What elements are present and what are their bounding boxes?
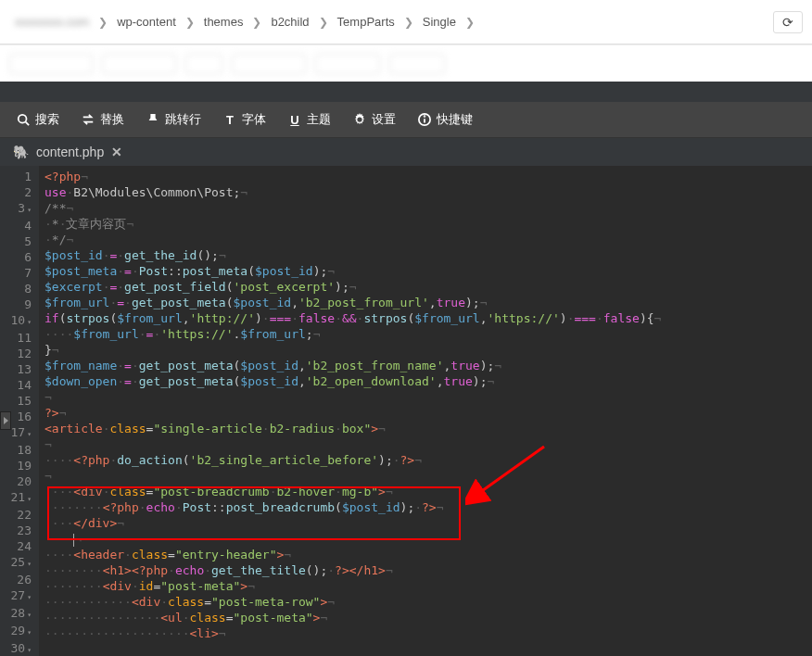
- code-line[interactable]: ¬: [44, 468, 812, 484]
- line-number: 1: [6, 169, 32, 184]
- line-number: 28▾: [6, 605, 32, 623]
- blurred-control[interactable]: [102, 54, 176, 74]
- code-line[interactable]: ····¬: [44, 531, 812, 547]
- code-line[interactable]: ········<?php·echo·Post::post_breadcrumb…: [44, 499, 812, 515]
- code-line[interactable]: $down_open·=·get_post_meta($post_id,'b2_…: [44, 373, 812, 389]
- breadcrumb-host: xxxxxxxx.com: [9, 12, 95, 32]
- breadcrumb-item[interactable]: TempParts: [332, 12, 400, 32]
- code-line[interactable]: ?>¬: [44, 405, 812, 421]
- line-number: 21▾: [6, 489, 32, 507]
- line-number: 22: [6, 507, 32, 523]
- button-label: 设置: [372, 111, 396, 128]
- jumpline-button[interactable]: 跳转行: [135, 102, 212, 137]
- toolbar-secondary: [0, 44, 812, 82]
- pin-icon: [146, 113, 159, 126]
- line-number: 13: [6, 361, 32, 377]
- button-label: 快捷键: [437, 111, 473, 128]
- code-line[interactable]: $excerpt·=·get_post_field('post_excerpt'…: [44, 279, 812, 295]
- code-editor: 搜索 替换 跳转行 T字体 U主题 设置 快捷键 🐘 content.php ✕…: [0, 82, 812, 656]
- replace-button[interactable]: 替换: [70, 102, 135, 137]
- line-number: 23: [6, 523, 32, 538]
- code-line[interactable]: ····$from_url·=·'https://'.$from_url;¬: [44, 326, 812, 342]
- blurred-control[interactable]: [232, 54, 306, 74]
- line-number: 16: [6, 409, 32, 424]
- code-line[interactable]: if(strpos($from_url,'http://')·===·false…: [44, 310, 812, 326]
- code-line[interactable]: ····<div·class="post-breadcrumb·b2-hover…: [44, 484, 812, 499]
- search-button[interactable]: 搜索: [6, 102, 70, 137]
- button-label: 搜索: [35, 111, 59, 128]
- line-number: 5: [6, 233, 32, 249]
- code-line[interactable]: ····················<li>¬: [44, 625, 812, 641]
- code-viewport[interactable]: 123▾45678910▾11121314151617▾18192021▾222…: [0, 166, 812, 656]
- chevron-right-icon: ❯: [95, 16, 111, 29]
- line-number: 11: [6, 330, 32, 346]
- code-line[interactable]: $from_name·=·get_post_meta($post_id,'b2_…: [44, 358, 812, 373]
- code-line[interactable]: $from_url·=·get_post_meta($post_id,'b2_p…: [44, 295, 812, 310]
- code-line[interactable]: ····<?php·do_action('b2_single_article_b…: [44, 452, 812, 468]
- code-line[interactable]: ·*·文章内容页¬: [44, 216, 812, 232]
- blurred-control[interactable]: [9, 54, 93, 74]
- line-number: 6: [6, 249, 32, 265]
- line-number: 25▾: [6, 554, 32, 572]
- blurred-control[interactable]: [315, 54, 380, 74]
- swap-icon: [82, 113, 95, 126]
- code-line[interactable]: }¬: [44, 342, 812, 358]
- blurred-control[interactable]: [185, 54, 222, 74]
- svg-point-4: [425, 116, 425, 117]
- code-line[interactable]: ¬: [44, 389, 812, 405]
- code-line[interactable]: ········<h1><?php·echo·get_the_title();·…: [44, 562, 812, 578]
- chevron-right-icon: ❯: [400, 16, 417, 29]
- line-number: 20: [6, 473, 32, 489]
- code-line[interactable]: <?php¬: [44, 169, 812, 184]
- close-icon[interactable]: ✕: [111, 145, 122, 159]
- line-number: 14: [6, 377, 32, 393]
- code-content[interactable]: <?php¬use·B2\Modules\Common\Post;¬/**¬·*…: [39, 166, 812, 656]
- code-line[interactable]: use·B2\Modules\Common\Post;¬: [44, 184, 812, 200]
- reload-button[interactable]: ⟳: [773, 11, 803, 33]
- line-number: 26: [6, 572, 32, 587]
- blurred-control[interactable]: [389, 54, 445, 74]
- tab-content-php[interactable]: 🐘 content.php ✕: [0, 138, 135, 166]
- svg-point-0: [19, 115, 27, 123]
- line-number: 7: [6, 265, 32, 281]
- editor-toolbar: 搜索 替换 跳转行 T字体 U主题 设置 快捷键: [0, 102, 812, 138]
- breadcrumb-item[interactable]: Single: [417, 12, 462, 32]
- code-line[interactable]: ····<header·class="entry-header">¬: [44, 547, 812, 562]
- breadcrumb-item[interactable]: wp-content: [111, 12, 182, 32]
- code-line[interactable]: ¬: [44, 436, 812, 452]
- line-number: 27▾: [6, 587, 32, 605]
- line-number: 17▾: [6, 424, 32, 442]
- line-number: 19: [6, 458, 32, 473]
- chevron-right-icon: ❯: [182, 16, 198, 29]
- shortcuts-button[interactable]: 快捷键: [407, 102, 484, 137]
- line-number: 3▾: [6, 200, 32, 218]
- code-line[interactable]: <article·class="single-article·b2-radius…: [44, 421, 812, 436]
- font-icon: T: [223, 113, 236, 126]
- chevron-right-icon: ❯: [462, 16, 478, 29]
- line-number: 10▾: [6, 312, 32, 330]
- tab-filename: content.php: [36, 145, 104, 159]
- code-line[interactable]: /**¬: [44, 200, 812, 216]
- chevron-right-icon: ❯: [315, 16, 332, 29]
- line-number: 18: [6, 442, 32, 458]
- breadcrumb-item[interactable]: b2child: [265, 12, 314, 32]
- breadcrumb-item[interactable]: themes: [198, 12, 249, 32]
- font-button[interactable]: T字体: [212, 102, 277, 137]
- code-line[interactable]: $post_id·=·get_the_id();¬: [44, 247, 812, 263]
- gear-icon: [353, 113, 366, 126]
- settings-button[interactable]: 设置: [342, 102, 407, 137]
- code-line[interactable]: ····</div>¬: [44, 515, 812, 531]
- code-line[interactable]: ········<div·id="post-meta">¬: [44, 578, 812, 594]
- info-icon: [418, 113, 431, 126]
- code-line[interactable]: ·*/¬: [44, 232, 812, 247]
- line-number: 12: [6, 346, 32, 361]
- line-number: 9: [6, 296, 32, 312]
- line-number: 30▾: [6, 640, 32, 656]
- line-number: 24: [6, 538, 32, 554]
- code-line[interactable]: $post_meta·=·Post::post_meta($post_id);¬: [44, 263, 812, 279]
- code-line[interactable]: ················<ul·class="post-meta">¬: [44, 610, 812, 625]
- code-line[interactable]: ············<div·class="post-meta-row">¬: [44, 594, 812, 610]
- theme-button[interactable]: U主题: [277, 102, 342, 137]
- php-icon: 🐘: [13, 145, 29, 159]
- line-gutter: 123▾45678910▾11121314151617▾18192021▾222…: [0, 166, 39, 656]
